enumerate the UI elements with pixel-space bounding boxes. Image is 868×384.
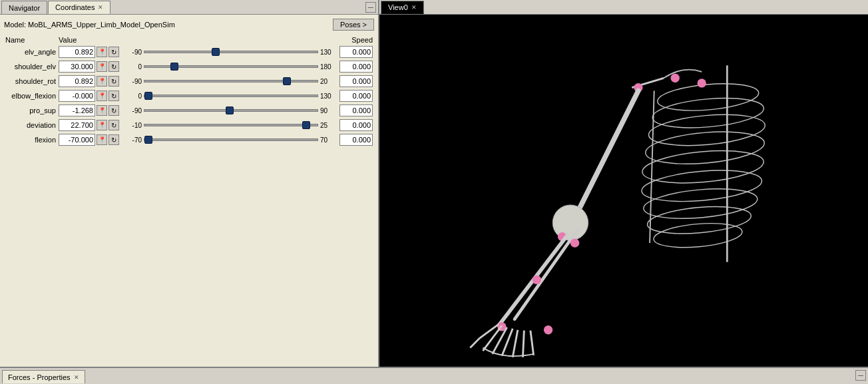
svg-point-8 — [646, 203, 752, 238]
pin-icon-elv_angle[interactable]: 📍 — [97, 47, 107, 57]
slider-container-elv_angle: -90130 — [123, 49, 337, 56]
reset-icon-elv_angle[interactable]: ↻ — [108, 47, 119, 57]
svg-point-5 — [641, 146, 765, 188]
slider-thumb-flexion[interactable] — [144, 136, 152, 144]
slider-max-deviation: 25 — [320, 122, 337, 129]
reset-icon-flexion[interactable]: ↻ — [108, 134, 119, 145]
pin-icon-shoulder_rot[interactable]: 📍 — [97, 76, 107, 87]
svg-point-9 — [653, 220, 744, 251]
svg-line-18 — [480, 324, 499, 338]
coord-value-input-elbow_flexion[interactable] — [59, 90, 95, 102]
speed-input-shoulder_rot[interactable] — [339, 75, 373, 87]
svg-line-10 — [650, 91, 654, 243]
coord-name-flexion: flexion — [5, 136, 59, 144]
dot-wrist-2 — [544, 325, 552, 334]
ribcage — [632, 65, 766, 262]
reset-icon-elbow_flexion[interactable]: ↻ — [108, 91, 119, 101]
speed-input-shoulder_elv[interactable] — [339, 61, 373, 73]
coord-value-input-flexion[interactable] — [59, 134, 95, 146]
speed-input-flexion[interactable] — [339, 134, 373, 146]
coord-icons-flexion: 📍↻ — [97, 134, 122, 145]
slider-min-shoulder_elv: 0 — [123, 63, 142, 71]
left-panel-minimize[interactable]: ─ — [365, 2, 376, 13]
bottom-strip: Forces - Properties ✕ ─ — [0, 367, 868, 384]
coord-row-elbow_flexion: elbow_flexion📍↻0130 — [4, 89, 374, 102]
dot-clavicle-2 — [698, 79, 706, 87]
svg-point-4 — [644, 128, 765, 168]
svg-point-2 — [651, 95, 765, 132]
coord-row-flexion: flexion📍↻-7070 — [4, 133, 374, 146]
slider-thumb-elbow_flexion[interactable] — [144, 92, 152, 100]
slider-container-elbow_flexion: 0130 — [123, 93, 337, 100]
tab-coordinates-close[interactable]: ✕ — [98, 4, 103, 11]
slider-track-shoulder_elv[interactable] — [144, 65, 318, 68]
slider-min-shoulder_rot: -90 — [123, 78, 142, 85]
slider-thumb-elv_angle[interactable] — [212, 48, 220, 56]
col-value-header: Value — [59, 36, 77, 44]
svg-line-19 — [470, 338, 479, 347]
slider-thumb-deviation[interactable] — [302, 121, 310, 129]
reset-icon-shoulder_rot[interactable]: ↻ — [108, 76, 119, 87]
slider-track-elbow_flexion[interactable] — [144, 95, 318, 97]
reset-icon-deviation[interactable]: ↻ — [108, 120, 119, 130]
poses-button[interactable]: Poses > — [333, 19, 374, 31]
slider-min-elbow_flexion: 0 — [123, 93, 142, 100]
tab-forces-properties[interactable]: Forces - Properties ✕ — [2, 370, 85, 383]
coord-icons-shoulder_rot: 📍↻ — [97, 76, 122, 87]
left-tab-bar: Navigator Coordinates ✕ ─ — [0, 0, 378, 15]
col-speed-header: Speed — [351, 36, 373, 44]
coord-name-pro_sup: pro_sup — [5, 106, 59, 114]
svg-line-15 — [513, 330, 518, 357]
coord-value-input-shoulder_elv[interactable] — [59, 61, 95, 73]
coord-row-shoulder_rot: shoulder_rot📍↻-9020 — [4, 75, 374, 88]
svg-line-17 — [531, 331, 534, 355]
pin-icon-shoulder_elv[interactable]: 📍 — [97, 61, 107, 72]
pin-icon-elbow_flexion[interactable]: 📍 — [97, 91, 107, 101]
slider-track-deviation[interactable] — [144, 124, 318, 126]
pin-icon-pro_sup[interactable]: 📍 — [97, 105, 107, 116]
coord-value-input-pro_sup[interactable] — [59, 104, 95, 116]
svg-point-1 — [656, 80, 760, 114]
coord-row-elv_angle: elv_angle📍↻-90130 — [4, 45, 374, 59]
slider-thumb-pro_sup[interactable] — [226, 106, 234, 114]
slider-min-pro_sup: -90 — [123, 107, 142, 114]
tab-view0[interactable]: View0 ✕ — [381, 1, 424, 14]
slider-track-flexion[interactable] — [144, 138, 318, 141]
coord-icons-shoulder_elv: 📍↻ — [97, 61, 122, 72]
slider-track-elv_angle[interactable] — [144, 51, 318, 53]
slider-track-shoulder_rot[interactable] — [144, 80, 318, 83]
pin-icon-deviation[interactable]: 📍 — [97, 120, 107, 130]
coord-name-elbow_flexion: elbow_flexion — [5, 92, 59, 100]
slider-max-shoulder_elv: 180 — [320, 63, 337, 71]
coord-value-input-elv_angle[interactable] — [59, 46, 95, 58]
coord-value-input-shoulder_rot[interactable] — [59, 75, 95, 87]
pin-icon-flexion[interactable]: 📍 — [97, 134, 107, 145]
model-row: Model: MoBL_ARMS_Upper_Limb_Model_OpenSi… — [4, 19, 374, 31]
coord-icons-elbow_flexion: 📍↻ — [97, 91, 122, 101]
slider-container-deviation: -1025 — [123, 122, 337, 129]
reset-icon-pro_sup[interactable]: ↻ — [108, 105, 119, 116]
bottom-minimize[interactable]: ─ — [855, 370, 866, 381]
skeleton-view — [379, 15, 868, 367]
slider-track-pro_sup[interactable] — [144, 109, 318, 112]
slider-max-elbow_flexion: 130 — [320, 93, 337, 100]
speed-input-elv_angle[interactable] — [339, 46, 373, 58]
dot-elbow — [552, 205, 588, 240]
humerus — [575, 91, 638, 218]
coord-value-input-deviation[interactable] — [59, 119, 95, 131]
tab-view0-close[interactable]: ✕ — [411, 4, 417, 11]
speed-input-deviation[interactable] — [339, 119, 373, 131]
reset-icon-shoulder_elv[interactable]: ↻ — [108, 61, 119, 72]
tab-coordinates[interactable]: Coordinates ✕ — [48, 1, 110, 14]
slider-thumb-shoulder_elv[interactable] — [170, 63, 178, 71]
tab-forces-close[interactable]: ✕ — [74, 374, 79, 381]
slider-thumb-shoulder_rot[interactable] — [283, 77, 291, 85]
speed-input-pro_sup[interactable] — [339, 104, 373, 116]
slider-max-flexion: 70 — [320, 136, 337, 144]
speed-input-elbow_flexion[interactable] — [339, 90, 373, 102]
coord-name-shoulder_elv: shoulder_elv — [5, 63, 59, 71]
tab-navigator[interactable]: Navigator — [1, 1, 47, 14]
coord-name-deviation: deviation — [5, 121, 59, 129]
left-panel: Navigator Coordinates ✕ ─ Model: MoBL_AR… — [0, 0, 379, 367]
slider-max-shoulder_rot: 20 — [320, 78, 337, 85]
